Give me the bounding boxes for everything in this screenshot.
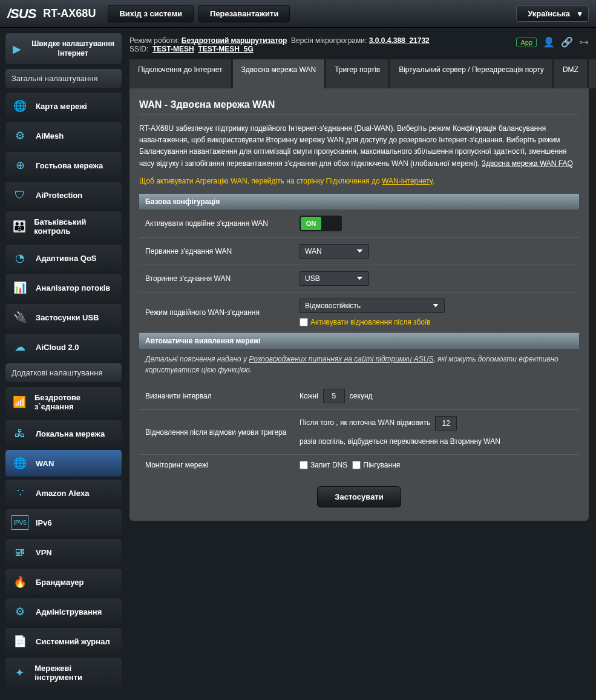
row-monitoring: Моніторинг мережі Запит DNS Пінгування <box>139 455 579 475</box>
nav-admin[interactable]: ⚙Адміністрування <box>5 598 122 626</box>
text: Після того , як поточна WAN відмовить <box>300 417 430 430</box>
nav-lan[interactable]: 🖧Локальна мережа <box>5 420 122 447</box>
nav-traffic[interactable]: 📊Аналізатор потоків <box>5 274 122 302</box>
nav-wireless[interactable]: 📶Бездротове з`єднання <box>5 386 122 418</box>
alexa-icon: ∵ <box>11 486 28 500</box>
wan-internet-link[interactable]: WAN-Інтернету <box>382 177 433 185</box>
row-secondary-wan: Вторинне з'єднання WAN USB <box>139 265 579 292</box>
tab-ddns[interactable]: DDNS <box>589 59 596 88</box>
nav-qos[interactable]: ◔Адаптивна QoS <box>5 244 122 272</box>
label: Відновлення після відмови умови тригера <box>145 428 300 437</box>
section-advanced: Додаткові налаштування <box>5 363 122 383</box>
tools-icon: ✦ <box>11 665 27 680</box>
fire-icon: 🔥 <box>11 575 28 589</box>
tab-port-trigger[interactable]: Тригер портів <box>326 59 389 88</box>
family-icon: 👪 <box>11 219 27 234</box>
section-auto-detect: Автоматичне виявлення мережі <box>139 333 579 349</box>
label: Режим подвійного WAN-з'єднання <box>145 308 300 317</box>
ping-label[interactable]: Пінгування <box>352 461 400 469</box>
logout-button[interactable]: Вихід з системи <box>108 5 194 22</box>
lan-icon: 🖧 <box>11 426 28 441</box>
nav-syslog[interactable]: 📄Системний журнал <box>5 627 122 655</box>
user-icon[interactable]: 👤 <box>543 36 555 48</box>
nav-label: AiCloud 2.0 <box>36 343 79 352</box>
nav-label: Карта мережі <box>36 102 87 111</box>
asus-faq-link[interactable]: Розповсюджених питаннях на сайті підтрим… <box>249 355 433 363</box>
failback-checkbox-label[interactable]: Активувати відновлення після збоїв <box>300 318 431 326</box>
qis-button[interactable]: ▶ Швидке налаштування Інтернет <box>5 33 122 65</box>
nav-wan[interactable]: 🌐WAN <box>5 449 122 477</box>
globe-play-icon: ▶ <box>10 42 23 56</box>
ssid1-link[interactable]: TEST-MESH <box>152 45 194 53</box>
nav-label: VPN <box>36 548 52 557</box>
nav-vpn[interactable]: 🖳VPN <box>5 538 122 566</box>
usb-status-icon[interactable]: ⊶ <box>579 36 589 48</box>
nav-label: Мережеві інструменти <box>34 664 116 682</box>
nav-label: AiProtection <box>36 191 82 200</box>
nav-label: Amazon Alexa <box>36 489 89 498</box>
faq-link[interactable]: Здвоєна мережа WAN FAQ <box>482 159 573 168</box>
nav-label: Адміністрування <box>36 607 102 616</box>
sidebar: ▶ Швидке налаштування Інтернет Загальні … <box>0 28 127 695</box>
globe-icon: 🌐 <box>11 456 28 471</box>
ssid2-link[interactable]: TEST-MESH_5G <box>198 45 253 53</box>
app-badge[interactable]: App <box>516 38 537 47</box>
nav-parental[interactable]: 👪Батьківський контроль <box>5 211 122 242</box>
dns-query-label[interactable]: Запит DNS <box>300 461 347 469</box>
nav-label: Аналізатор потоків <box>36 283 110 292</box>
network-status-icon[interactable]: 🔗 <box>561 36 573 48</box>
nav-ipv6[interactable]: IPV6IPv6 <box>5 509 122 537</box>
page-title: WAN - Здвоєна мережа WAN <box>139 99 579 110</box>
label: Моніторинг мережі <box>145 461 300 469</box>
tab-connection[interactable]: Підключення до Інтернет <box>129 59 232 88</box>
row-primary-wan: Первинне з'єднання WAN WAN <box>139 238 579 265</box>
secondary-wan-select[interactable]: USB <box>300 271 369 286</box>
log-icon: 📄 <box>11 634 28 649</box>
globe-icon: 🌐 <box>11 99 28 113</box>
row-interval: Визначити інтервал Кожні секунд <box>139 383 579 410</box>
nav-firewall[interactable]: 🔥Брандмауер <box>5 568 122 596</box>
section-basic: Базова конфігурація <box>139 194 579 210</box>
tabs: Підключення до Інтернет Здвоєна мережа W… <box>129 59 589 88</box>
infobar: Режим роботи: Бездротовий маршрутизатор … <box>129 33 589 59</box>
nav-aimesh[interactable]: ⚙AiMesh <box>5 122 122 150</box>
nav-alexa[interactable]: ∵Amazon Alexa <box>5 479 122 507</box>
mode-select[interactable]: Відмовостійкість <box>300 299 445 313</box>
dns-query-checkbox[interactable] <box>300 461 308 469</box>
nav-nettools[interactable]: ✦Мережеві інструменти <box>5 657 122 688</box>
nav-aiprotection[interactable]: 🛡AiProtection <box>5 181 122 209</box>
reboot-button[interactable]: Перезавантажити <box>198 5 290 22</box>
ping-checkbox[interactable] <box>352 461 361 469</box>
dual-wan-toggle[interactable]: ON <box>300 216 342 231</box>
text: разів поспіль, відбудеться переключення … <box>300 435 500 449</box>
nav-label: IPv6 <box>36 518 52 527</box>
fw-link[interactable]: 3.0.0.4.388_21732 <box>369 36 430 45</box>
gauge-icon: ◔ <box>11 251 28 265</box>
failback-checkbox[interactable] <box>300 318 308 326</box>
content: WAN - Здвоєна мережа WAN RT-AX68U забезп… <box>129 88 589 521</box>
nav-usb[interactable]: 🔌Застосунки USB <box>5 303 122 331</box>
guest-icon: ⊕ <box>11 158 28 173</box>
toggle-on: ON <box>301 217 321 230</box>
failover-count-input[interactable] <box>435 416 457 431</box>
mode-link[interactable]: Бездротовий маршрутизатор <box>182 36 287 45</box>
interval-input[interactable] <box>323 389 345 403</box>
label: Первинне з'єднання WAN <box>145 247 300 256</box>
topbar: /SUS RT-AX68U Вихід з системи Перезавант… <box>0 0 596 28</box>
nav-network-map[interactable]: 🌐Карта мережі <box>5 92 122 120</box>
tab-dual-wan[interactable]: Здвоєна мережа WAN <box>233 59 326 88</box>
mesh-icon: ⚙ <box>11 128 28 143</box>
primary-wan-select[interactable]: WAN <box>300 244 369 259</box>
description: RT-AX68U забезпечує підтримку подвійного… <box>139 123 579 170</box>
nav-label: WAN <box>36 459 54 468</box>
language-select[interactable]: Українська <box>516 5 589 22</box>
nav-guest[interactable]: ⊕Гостьова мережа <box>5 151 122 179</box>
tab-dmz[interactable]: DMZ <box>554 59 588 88</box>
nav-aicloud[interactable]: ☁AiCloud 2.0 <box>5 333 122 361</box>
footer: ? Допомога &Підтримка Посібник | Реєстра… <box>0 695 596 700</box>
chart-icon: 📊 <box>11 280 28 295</box>
row-dual-wan-mode: Режим подвійного WAN-з'єднання Відмовост… <box>139 292 579 333</box>
tab-virtual-server[interactable]: Віртуальний сервер / Переадресація порту <box>390 59 553 88</box>
vpn-icon: 🖳 <box>11 545 28 560</box>
apply-button[interactable]: Застосувати <box>317 486 401 507</box>
